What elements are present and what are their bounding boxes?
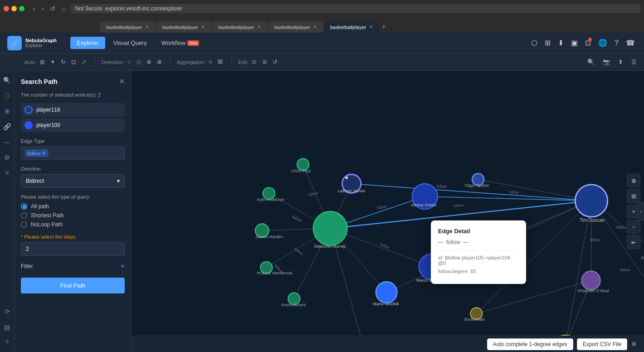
address-bar[interactable]: Not Secure explorer.vesoft-inc.com/explo…: [71, 4, 640, 13]
find-path-button[interactable]: Find Path: [21, 278, 125, 293]
node-manu-ginobili[interactable]: [376, 282, 397, 303]
tab-5-close[interactable]: ✕: [369, 24, 373, 30]
icon-btn-2[interactable]: ⊞: [543, 37, 552, 49]
sidebar-link-icon[interactable]: 🔗: [1, 121, 13, 132]
edge-type-section: Edge Type follow ✕: [21, 138, 125, 160]
edge-tag-remove[interactable]: ✕: [42, 150, 46, 156]
node-dejounte-murray[interactable]: [313, 211, 347, 245]
close-dot[interactable]: [4, 6, 9, 11]
radio-noloop-path[interactable]: NoLoop Path: [21, 221, 125, 228]
toolbar-camera-btn[interactable]: 📷: [601, 58, 612, 66]
direction-select[interactable]: Bidirect ▾: [21, 174, 125, 188]
detection-btn3[interactable]: ⊕: [145, 58, 153, 66]
tab-4[interactable]: basketballplayer ✕: [268, 21, 324, 33]
sidebar-settings-icon[interactable]: ⚙: [2, 152, 12, 163]
detection-btn1[interactable]: ○: [126, 58, 133, 66]
nav-workflow[interactable]: Workflow Beta: [155, 37, 206, 49]
ctrl-layout-btn[interactable]: ⊕: [627, 174, 640, 187]
icon-btn-1[interactable]: ⬡: [529, 37, 539, 49]
vertex-label-2: player100: [36, 122, 60, 128]
tab-1-close[interactable]: ✕: [145, 24, 149, 30]
browser-chrome: ‹ › ↺ ⌂ Not Secure explorer.vesoft-inc.c…: [0, 0, 644, 17]
maximize-dot[interactable]: [19, 6, 24, 11]
sidebar-algo-icon[interactable]: ≡: [3, 167, 11, 179]
edge-type-row: — follow —: [438, 239, 519, 250]
sidebar-history-icon[interactable]: ⟳: [2, 306, 12, 318]
radio-all-path[interactable]: All path: [21, 203, 125, 210]
label-javale-mcgee: JaVale McGee: [640, 255, 644, 260]
tab-1[interactable]: basketballplayer ✕: [100, 21, 156, 33]
ctrl-fullscreen-btn[interactable]: ⊞: [627, 189, 640, 203]
ctrl-zoom-out-btn[interactable]: −: [627, 220, 640, 234]
tab-3[interactable]: basketballplayer ✕: [212, 21, 268, 33]
auto-complete-edges-button[interactable]: Auto complete 1-degree edges: [487, 338, 573, 350]
vertex-item-1: player116: [21, 103, 125, 117]
radio-shortest-path[interactable]: Shortest Path: [21, 212, 125, 219]
nav-visual-query[interactable]: Visual Query: [107, 37, 153, 49]
graph-canvas[interactable]: follow follow follow follow follow follo…: [132, 71, 644, 352]
bottom-close-button[interactable]: ✕: [631, 340, 637, 348]
sidebar-graph-icon[interactable]: ⬡: [2, 90, 12, 102]
toolbar-auto-btn1[interactable]: ⊞: [38, 58, 47, 66]
tab-3-label: basketballplayer: [218, 24, 254, 30]
steps-section: * Please select the steps: [21, 234, 125, 256]
node-tim-duncan[interactable]: [575, 185, 607, 217]
node-shaquille-oneal[interactable]: [581, 271, 600, 290]
tab-add-button[interactable]: +: [380, 21, 388, 33]
sidebar-help-icon[interactable]: ?: [3, 337, 11, 348]
nav-explorer[interactable]: Explorer: [70, 37, 105, 49]
edit-btn1[interactable]: ⊙: [250, 58, 259, 66]
add-filter-button[interactable]: +: [121, 262, 125, 270]
edit-btn3[interactable]: ↺: [271, 58, 279, 66]
label-dejounte-murray: Dejounte Murray: [314, 244, 346, 249]
tab-2[interactable]: basketballplayer ✕: [156, 21, 212, 33]
minimize-dot[interactable]: [11, 6, 17, 11]
toolbar-auto-btn5[interactable]: ⤢: [80, 58, 88, 66]
agg-btn1[interactable]: ⌗: [207, 58, 214, 67]
label-tiago-splitter: Tiago Splitter: [464, 183, 489, 188]
panel-close-button[interactable]: ✕: [119, 77, 125, 86]
toolbar-list-btn[interactable]: ☰: [629, 58, 639, 66]
tab-5[interactable]: basketballplayer ✕: [324, 21, 380, 33]
icon-btn-4[interactable]: ▣: [569, 37, 580, 49]
steps-input[interactable]: [21, 242, 125, 256]
refresh-button[interactable]: ↺: [48, 4, 58, 13]
tab-1-label: basketballplayer: [106, 24, 142, 30]
tab-2-close[interactable]: ✕: [201, 24, 205, 30]
sidebar-table-icon[interactable]: ▤: [2, 321, 12, 333]
sidebar-path-icon[interactable]: ⊕: [2, 105, 12, 117]
label-lebron-james: LeBron James: [338, 188, 366, 193]
detection-btn4[interactable]: ⊗: [155, 58, 164, 66]
label-james-harden: James Harden: [255, 234, 283, 239]
toolbar-upload-btn[interactable]: ⬆: [616, 58, 625, 66]
sidebar-search-icon[interactable]: 🔍: [1, 74, 13, 86]
edit-btn2[interactable]: ⊘: [260, 58, 269, 66]
tab-3-close[interactable]: ✕: [257, 24, 261, 30]
agg-btn2[interactable]: ⌘: [215, 58, 225, 66]
icon-btn-6[interactable]: 🌐: [596, 37, 609, 49]
toolbar-search-btn[interactable]: 🔍: [585, 58, 596, 66]
export-csv-button[interactable]: Export CSV File: [577, 338, 627, 350]
icon-btn-5[interactable]: ⊡: [583, 37, 593, 49]
back-button[interactable]: ‹: [31, 4, 38, 13]
radio-shortest-path-circle: [21, 212, 27, 219]
icon-btn-8[interactable]: ☎: [624, 37, 637, 49]
icon-btn-7[interactable]: ?: [613, 37, 620, 49]
sidebar-data-icon[interactable]: —: [2, 136, 13, 148]
edge-id-value: $follow player105->player104 @0: [438, 255, 510, 266]
icon-btn-3[interactable]: ⬇: [556, 37, 566, 49]
edge-arrow-left: —: [438, 239, 444, 245]
home-button[interactable]: ⌂: [59, 4, 68, 13]
edge-type-input[interactable]: follow ✕: [21, 147, 125, 160]
toolbar-auto-btn4[interactable]: ⊡: [69, 58, 78, 66]
vertex-dot-2: [24, 121, 33, 129]
toolbar-auto-btn2[interactable]: ✦: [49, 58, 57, 66]
ctrl-reset-btn[interactable]: ⇤: [627, 235, 640, 249]
toolbar-auto-btn3[interactable]: ↻: [59, 58, 68, 66]
detection-btn2[interactable]: ◇: [135, 58, 143, 66]
collapse-panel-button[interactable]: ‹: [638, 202, 644, 220]
auto-label: Auto:: [24, 59, 36, 65]
edge-label-follow-12: follow: [616, 225, 626, 230]
tab-4-close[interactable]: ✕: [313, 24, 317, 30]
forward-button[interactable]: ›: [39, 4, 46, 13]
